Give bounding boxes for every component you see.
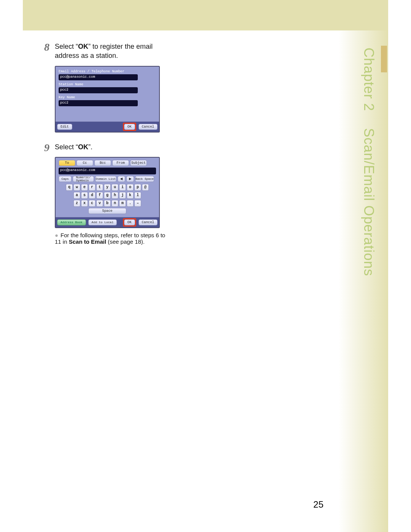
text: Select “ [55, 43, 78, 50]
caps-button[interactable]: Caps [59, 176, 72, 182]
ok-highlight: OK [123, 123, 136, 131]
key-f[interactable]: f [96, 192, 103, 199]
key-t[interactable]: t [96, 184, 103, 191]
step-number: 8 [42, 42, 49, 133]
tab-bcc[interactable]: Bcc [94, 160, 111, 166]
cursor-left-button[interactable]: ◄ [118, 176, 125, 182]
add-to-local-button[interactable]: Add to Local [88, 219, 117, 225]
key-u[interactable]: u [112, 184, 118, 191]
cursor-right-button[interactable]: ► [126, 176, 134, 182]
key-x[interactable]: x [81, 200, 88, 207]
keyboard-row-3: zxcvbnm.– [59, 200, 156, 207]
key-g[interactable]: g [104, 192, 111, 199]
content-area: 8 Select “OK” to register the email addr… [42, 42, 285, 502]
key-m[interactable]: m [119, 200, 126, 207]
document-page: Chapter 2 Scan/Email Operations 8 Select… [0, 0, 411, 532]
key-c[interactable]: c [89, 200, 96, 207]
key-o[interactable]: o [127, 184, 134, 191]
key-r[interactable]: r [89, 184, 96, 191]
email-label: Email Address / Telephone Number [59, 70, 156, 73]
key-z[interactable]: z [73, 200, 80, 207]
address-book-button[interactable]: Address Book [57, 219, 86, 225]
side-accent [381, 46, 387, 72]
step-9: 9 Select “OK”. To Cc Bcc From Subject [42, 142, 285, 245]
tab-subject[interactable]: Subject [130, 160, 147, 166]
space-button[interactable]: Space [88, 208, 126, 214]
note-text: (see page 18). [106, 238, 145, 245]
key-y[interactable]: y [104, 184, 111, 191]
station-field[interactable]: pcc2 [59, 87, 138, 93]
bold-ok: OK [78, 43, 88, 50]
address-field[interactable]: pcc@panasonic.com [59, 168, 156, 174]
email-keyboard-screen: To Cc Bcc From Subject pcc@panasonic.com… [55, 157, 160, 228]
domain-list-button[interactable]: Domain List [95, 176, 116, 182]
station-edit-screen: Email Address / Telephone Number pcc@pan… [55, 66, 160, 133]
keyname-label: Key Name [59, 96, 156, 99]
step-body: Select “OK”. To Cc Bcc From Subject pcc@… [55, 142, 169, 245]
key-a[interactable]: a [73, 192, 80, 199]
backspace-button[interactable]: Back Space [135, 176, 154, 182]
keyboard-row-1: qwertyuiop@ [59, 184, 156, 191]
key-p[interactable]: p [134, 184, 141, 191]
page-number: 25 [313, 499, 323, 510]
tab-to[interactable]: To [59, 160, 75, 166]
text: Select “ [55, 143, 78, 151]
key-k[interactable]: k [127, 192, 134, 199]
key-–[interactable]: – [134, 200, 141, 207]
keyname-field[interactable]: pcc2 [59, 100, 138, 106]
key-q[interactable]: q [66, 184, 73, 191]
cancel-button[interactable]: Cancel [139, 219, 158, 225]
tab-cc[interactable]: Cc [76, 160, 93, 166]
ok-button[interactable]: OK [124, 219, 135, 225]
step-body: Select “OK” to register the email addres… [55, 42, 169, 133]
key-.[interactable]: . [127, 200, 134, 207]
key-s[interactable]: s [81, 192, 88, 199]
ok-highlight: OK [123, 218, 136, 227]
numeric-symbols-button[interactable]: Numeric/ Symbols [73, 176, 94, 182]
step-number: 9 [42, 142, 49, 245]
key-v[interactable]: v [96, 200, 103, 207]
note-bold: Scan to Email [69, 238, 106, 245]
top-band [23, 0, 388, 30]
bold-ok: OK [78, 143, 88, 151]
text: ”. [88, 143, 92, 151]
key-@[interactable]: @ [142, 184, 149, 191]
key-w[interactable]: w [73, 184, 80, 191]
key-i[interactable]: i [119, 184, 126, 191]
tab-from[interactable]: From [112, 160, 129, 166]
step-8: 8 Select “OK” to register the email addr… [42, 42, 285, 133]
key-d[interactable]: d [89, 192, 96, 199]
keyboard-row-2: asdfghjkl [59, 192, 156, 199]
key-h[interactable]: h [112, 192, 118, 199]
email-field[interactable]: pcc@panasonic.com [59, 74, 138, 80]
bullet-icon: ● [55, 232, 58, 238]
ok-button[interactable]: OK [124, 124, 135, 130]
step-note: ●For the following steps, refer to steps… [55, 232, 169, 245]
section-label: Scan/Email Operations [361, 128, 377, 276]
key-b[interactable]: b [104, 200, 111, 207]
chapter-label: Chapter 2 [361, 48, 377, 111]
cancel-button[interactable]: Cancel [139, 124, 158, 130]
key-l[interactable]: l [134, 192, 141, 199]
chapter-side-title: Chapter 2 Scan/Email Operations [361, 48, 377, 276]
edit-button[interactable]: Edit [57, 124, 72, 130]
station-label: Station Name [59, 83, 156, 86]
step-text: Select “OK”. [55, 142, 169, 152]
key-e[interactable]: e [81, 184, 88, 191]
step-text: Select “OK” to register the email addres… [55, 42, 169, 61]
key-n[interactable]: n [112, 200, 118, 207]
key-j[interactable]: j [119, 192, 126, 199]
